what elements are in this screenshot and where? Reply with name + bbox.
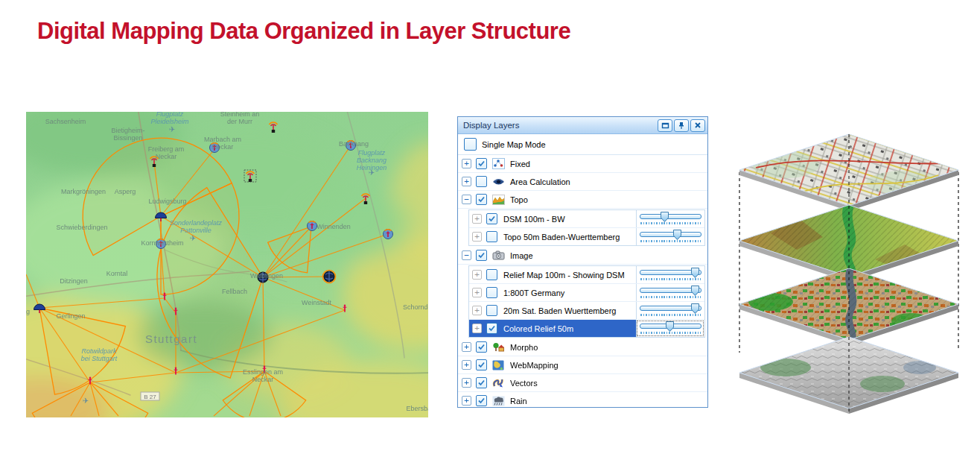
svg-text:Gerlingen: Gerlingen [56,312,85,320]
expand-toggle-icon[interactable]: + [462,159,471,168]
slider-thumb[interactable] [673,230,681,240]
opacity-slider-20m-sat-baden-wuerttemberg[interactable] [636,302,704,319]
rain-icon [492,395,506,407]
layer-checkbox-relief-map-100m-showing-dsm[interactable] [486,269,497,280]
opacity-slider-1-800t-germany[interactable] [636,284,704,301]
layer-row-morpho[interactable]: +Morpho [458,338,707,356]
map-marker-globe[interactable] [323,271,336,283]
slider-ticks [640,222,701,224]
layer-checkbox-rain[interactable] [476,395,487,406]
expand-toggle-icon[interactable]: + [472,270,482,280]
map-canvas[interactable]: ✈✈✈✈B 27SachsenheimBietigheim-BissingenF… [26,112,428,417]
vectors-icon [492,377,506,389]
close-icon [694,122,701,129]
svg-text:B 27: B 27 [144,394,156,400]
layer-row-fixed[interactable]: +Fixed [458,155,707,173]
close-button[interactable] [690,119,705,132]
collapse-toggle-icon[interactable]: − [462,195,471,204]
svg-text:Backnang: Backnang [339,140,369,148]
map-marker-circle[interactable] [308,221,317,231]
slider-ticks [640,240,701,242]
sublayer-row-1-800t-germany[interactable]: +1:800T Germany [469,284,704,302]
opacity-slider-colored-relief-50m[interactable] [636,320,704,337]
layer-checkbox-vectors[interactable] [476,377,487,388]
opacity-slider-dsm-100m-bw[interactable] [636,210,704,227]
svg-text:✈: ✈ [83,397,89,405]
layer-label: Relief Map 100m - Showing DSM [503,271,636,280]
layer-row-vectors[interactable]: +Vectors [458,374,707,392]
layer-checkbox-topo-50m-baden-wuerttemberg[interactable] [486,231,497,242]
slider-thumb[interactable] [691,268,699,278]
expand-toggle-icon[interactable]: + [462,342,471,352]
svg-text:Weinstadt: Weinstadt [302,299,331,306]
layer-row-image[interactable]: −Image [458,247,707,265]
layer-checkbox-image[interactable] [476,250,487,261]
svg-text:Asperg: Asperg [115,188,136,195]
pin-button[interactable] [674,119,689,132]
layer-checkbox-area-calculation[interactable] [476,176,487,187]
slider-thumb[interactable] [661,212,669,222]
slider-thumb[interactable] [666,321,674,332]
topo-icon [492,194,506,206]
layer-checkbox-fixed[interactable] [476,158,487,169]
layer-label: Topo [510,195,528,204]
svg-text:Schorndorf: Schorndorf [403,303,428,311]
sublayer-group-image: +Relief Map 100m - Showing DSM+1:800T Ge… [468,265,705,338]
opacity-slider-topo-50m-baden-wuerttemberg[interactable] [636,228,704,245]
svg-text:Ebersbach: Ebersbach [406,405,428,412]
layer-row-rain[interactable]: +Rain [458,392,707,408]
slider-track[interactable] [640,232,701,237]
layer-checkbox-1-800t-germany[interactable] [486,287,497,298]
layer-stack-figure [726,122,972,420]
map-marker-circle[interactable] [384,230,393,239]
expand-toggle-icon[interactable]: + [462,360,471,370]
map-marker-plane[interactable]: ✈ [169,125,175,133]
expand-toggle-icon[interactable]: + [462,177,471,186]
expand-toggle-icon[interactable]: + [472,288,482,297]
layer-label: Vectors [510,379,538,388]
opacity-slider-relief-map-100m-showing-dsm[interactable] [636,266,704,283]
check-mark [477,160,486,168]
fixed-icon [492,158,506,170]
expand-toggle-icon[interactable]: + [472,232,482,242]
restore-button[interactable] [658,119,672,132]
map-marker-plane[interactable]: ✈ [190,234,196,242]
expand-toggle-icon[interactable]: + [472,306,482,315]
sublayer-group-topo: +DSM 100m - BW+Topo 50m Baden-Wuerttembe… [468,209,705,246]
sublayer-row-relief-map-100m-showing-dsm[interactable]: +Relief Map 100m - Showing DSM [469,266,704,284]
layer-label: 20m Sat. Baden Wuerttemberg [503,306,636,315]
panel-title: Display Layers [463,121,656,130]
layer-row-area-calculation[interactable]: +Area Calculation [458,173,707,191]
layer-label: Rain [510,397,527,406]
layer-label: Area Calculation [510,177,570,186]
panel-titlebar[interactable]: Display Layers [458,117,707,134]
expand-toggle-icon[interactable]: + [472,214,482,224]
sublayer-row-dsm-100m-bw[interactable]: +DSM 100m - BW [469,210,704,228]
expand-toggle-icon[interactable]: + [472,324,482,333]
expand-toggle-icon[interactable]: + [462,396,471,406]
slider-thumb[interactable] [691,286,699,296]
map-marker-plane[interactable]: ✈ [83,397,89,405]
slider-track[interactable] [640,214,701,219]
layer-label: WebMapping [510,361,559,370]
sublayer-row-topo-50m-baden-wuerttemberg[interactable]: +Topo 50m Baden-Wuerttemberg [469,228,704,245]
layer-checkbox-colored-relief-50m[interactable] [486,323,497,334]
map-view[interactable]: ✈✈✈✈B 27SachsenheimBietigheim-BissingenF… [26,112,428,417]
expand-toggle-icon[interactable]: + [462,378,471,388]
layer-checkbox-topo[interactable] [476,194,487,205]
single-map-mode-checkbox[interactable] [464,138,477,151]
sublayer-row-colored-relief-50m[interactable]: +Colored Relief 50m [469,320,704,337]
layer-checkbox-morpho[interactable] [476,341,487,353]
layer-checkbox-dsm-100m-bw[interactable] [486,213,497,224]
single-map-mode-row[interactable]: Single Map Mode [458,134,707,155]
layer-checkbox-webmapping[interactable] [476,359,487,370]
layer-checkbox-20m-sat-baden-wuerttemberg[interactable] [486,305,497,316]
sublayer-row-20m-sat-baden-wuerttemberg[interactable]: +20m Sat. Baden Wuerttemberg [469,302,704,320]
layer-row-webmapping[interactable]: +WebMapping [458,356,707,374]
check-mark [488,215,496,223]
collapse-toggle-icon[interactable]: − [462,250,471,260]
slider-thumb[interactable] [691,303,699,314]
layer-row-topo[interactable]: −Topo [458,191,707,209]
slider-ticks [640,314,701,316]
layer-label: Topo 50m Baden-Wuerttemberg [503,233,636,242]
